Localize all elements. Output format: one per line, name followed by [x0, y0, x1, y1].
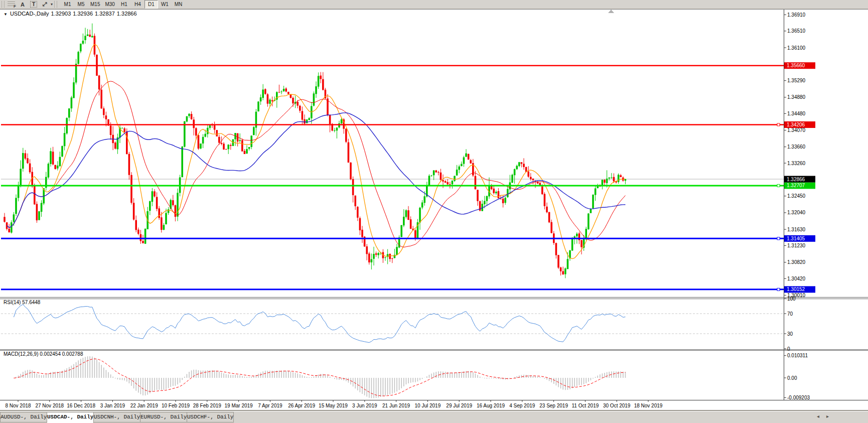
- candle-body: [149, 201, 151, 211]
- candle-body: [486, 196, 488, 201]
- candle-body: [502, 199, 504, 203]
- candle-body: [128, 154, 130, 175]
- ohlc-low: 1.32837: [95, 11, 115, 17]
- price-chart-canvas[interactable]: 1.369101.365101.361001.352901.348801.344…: [0, 0, 868, 423]
- price-axis-label: 1.31230: [787, 243, 806, 248]
- date-axis-label: 29 Jul 2019: [446, 403, 472, 408]
- timeframe-button-w1[interactable]: W1: [158, 0, 172, 9]
- candle-body: [475, 176, 477, 190]
- candle-body: [22, 153, 24, 169]
- date-axis-label: 26 Apr 2019: [288, 403, 315, 408]
- hline-handle[interactable]: [777, 288, 780, 291]
- candle-body: [77, 52, 79, 64]
- date-axis-label: 22 Jan 2019: [130, 403, 158, 408]
- candle-body: [13, 214, 15, 222]
- hline-handle[interactable]: [777, 184, 780, 187]
- candle-body: [354, 196, 356, 206]
- chart-tab-audusd[interactable]: AUDUSD-, Daily: [0, 412, 47, 422]
- candle-body: [285, 88, 287, 91]
- candle-body: [511, 175, 513, 183]
- candle-body: [350, 163, 352, 179]
- candle-body: [227, 145, 229, 149]
- timeframe-button-m5[interactable]: M5: [74, 0, 88, 9]
- mt4-application: { "toolbar": { "icons": [ {"name": "fibo…: [0, 0, 868, 423]
- arrows-dropdown-caret[interactable]: ▾: [51, 2, 53, 7]
- candle-body: [68, 108, 70, 117]
- arrows-icon[interactable]: ⤢: [39, 1, 50, 8]
- chart-tab-usdcnh[interactable]: USDCNH-, Daily: [94, 412, 140, 422]
- timeframe-button-m15[interactable]: M15: [88, 0, 102, 9]
- price-axis-badge-label: 1.35660: [787, 63, 805, 68]
- macd-axis-label: 0.010311: [787, 353, 808, 358]
- candle-body: [484, 201, 486, 205]
- hline-handle[interactable]: [777, 123, 780, 126]
- chart-tab-eurusd[interactable]: EURUSD-, Daily: [140, 412, 187, 422]
- candle-body: [290, 94, 292, 98]
- candle-body: [465, 154, 467, 157]
- candle-body: [571, 238, 573, 250]
- candle-body: [41, 203, 43, 212]
- candle-body: [438, 172, 440, 173]
- chart-tab-usdchf[interactable]: USDCHF-, Daily: [187, 412, 234, 422]
- candle-body: [230, 145, 232, 146]
- candle-body: [299, 106, 301, 111]
- date-axis-label: 8 Nov 2018: [5, 403, 31, 408]
- candle-body: [248, 147, 250, 149]
- rsi-indicator-label: RSI(14) 57.6448: [4, 300, 40, 305]
- candle-body: [581, 240, 583, 247]
- candle-body: [523, 164, 525, 167]
- hline-handle[interactable]: [777, 237, 780, 240]
- tab-scroll-right-icon[interactable]: ▸: [826, 413, 829, 419]
- candle-body: [267, 94, 269, 104]
- candle-body: [195, 128, 197, 135]
- candle-body: [66, 118, 68, 133]
- timeframe-button-h1[interactable]: H1: [117, 0, 131, 9]
- date-axis-label: 19 Mar 2019: [225, 403, 253, 408]
- candle-body: [246, 149, 248, 154]
- timeframe-button-h4[interactable]: H4: [131, 0, 144, 9]
- candle-body: [527, 172, 529, 177]
- timeframe-button-m1[interactable]: M1: [61, 0, 74, 9]
- candle-body: [198, 135, 200, 149]
- tab-scroll-left-icon[interactable]: ◂: [817, 413, 819, 419]
- candle-body: [165, 213, 167, 224]
- candle-body: [264, 89, 266, 94]
- candle-body: [516, 166, 518, 169]
- candle-body: [557, 255, 559, 267]
- chart-tab-usdcad[interactable]: USDCAD-, Daily: [47, 412, 94, 423]
- candle-body: [371, 259, 373, 262]
- rsi-axis-label: 0: [787, 346, 790, 352]
- candle-body: [8, 229, 10, 232]
- timeframe-button-d1[interactable]: D1: [144, 0, 158, 9]
- text-icon[interactable]: T: [28, 1, 39, 8]
- candle-body: [27, 158, 29, 163]
- candle-body: [308, 118, 310, 120]
- candle-body: [550, 222, 552, 233]
- candle-body: [564, 268, 566, 274]
- candle-body: [121, 128, 123, 128]
- candle-body: [50, 151, 52, 164]
- date-axis-label: 7 Apr 2019: [258, 403, 282, 408]
- price-axis-label: 1.33660: [787, 144, 806, 150]
- candle-body: [306, 119, 308, 123]
- candle-body: [52, 152, 54, 164]
- candle-body: [625, 179, 627, 181]
- candle-body: [518, 162, 520, 166]
- candle-body: [161, 217, 163, 230]
- price-axis-label: 1.35290: [787, 78, 806, 83]
- timeframe-button-mn[interactable]: MN: [172, 0, 185, 9]
- candle-body: [188, 114, 190, 116]
- timeframe-button-m30[interactable]: M30: [102, 0, 117, 9]
- candle-body: [209, 125, 211, 128]
- candle-body: [421, 202, 423, 207]
- candle-body: [555, 243, 557, 255]
- label-icon[interactable]: A: [17, 1, 28, 8]
- fibonacci-icon[interactable]: F: [6, 1, 17, 8]
- candle-body: [442, 180, 444, 182]
- chart-collapse-icon[interactable]: ▼: [4, 12, 8, 17]
- candle-body: [61, 146, 63, 157]
- candle-body: [123, 128, 125, 132]
- candle-body: [407, 210, 409, 220]
- rsi-axis-label: 30: [787, 331, 793, 337]
- candle-body: [334, 130, 336, 131]
